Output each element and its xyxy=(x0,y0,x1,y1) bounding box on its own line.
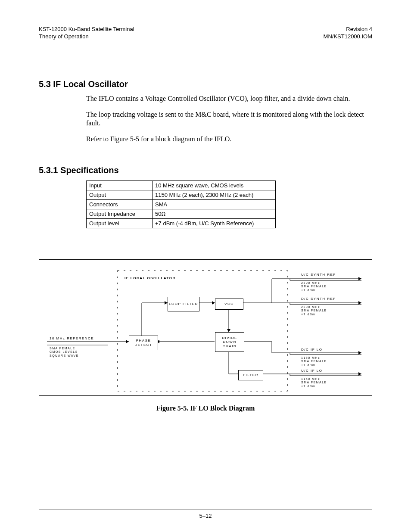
block-diagram: IF LOCAL OSCILLATOR LOOP FILTER VCO PHAS… xyxy=(39,259,372,396)
output-sub: 1150 MHz SMA FEMALE +7 dBm xyxy=(301,377,327,388)
paragraph: The loop tracking voltage is sent to the… xyxy=(86,110,366,128)
table-row: Output Impedance50Ω xyxy=(87,209,276,218)
subsection-heading: 5.3.1 Specifications xyxy=(39,165,372,175)
svg-marker-15 xyxy=(358,301,361,305)
block-loop-filter: LOOP FILTER xyxy=(168,297,199,311)
header-left: KST-12000 Ku-Band Satellite Terminal The… xyxy=(39,26,134,40)
output-sub: 2300 MHz SMA FEMALE +7 dBm xyxy=(301,305,327,316)
table-row: Output1150 MHz (2 each), 2300 MHz (2 eac… xyxy=(87,190,276,199)
paragraph: The IFLO contains a Voltage Controlled O… xyxy=(86,94,366,103)
page-header: KST-12000 Ku-Band Satellite Terminal The… xyxy=(39,26,372,40)
block-filter: FILTER xyxy=(238,370,263,380)
svg-marker-31 xyxy=(358,372,361,376)
svg-marker-5 xyxy=(165,301,168,305)
section-body: The IFLO contains a Voltage Controlled O… xyxy=(86,94,366,151)
spec-table: Input10 MHz square wave, CMOS levelsOutp… xyxy=(86,180,276,228)
svg-marker-7 xyxy=(212,301,215,305)
doc-title: KST-12000 Ku-Band Satellite Terminal xyxy=(39,26,134,33)
spec-key: Output xyxy=(87,190,153,199)
page-footer: 5–12 xyxy=(39,510,372,519)
svg-marker-19 xyxy=(227,329,230,332)
page: KST-12000 Ku-Band Satellite Terminal The… xyxy=(0,0,411,532)
output-label: U/C IF LO xyxy=(301,369,323,373)
output-label: U/C SYNTH REF xyxy=(301,273,336,277)
page-number: 5–12 xyxy=(199,513,212,519)
spec-value: 50Ω xyxy=(153,209,276,218)
section-rule xyxy=(39,73,372,73)
spec-value: 1150 MHz (2 each), 2300 MHz (2 each) xyxy=(153,190,276,199)
svg-marker-2 xyxy=(126,340,129,343)
spec-key: Connectors xyxy=(87,199,153,209)
svg-marker-27 xyxy=(358,351,361,355)
table-row: Output level+7 dBm (-4 dBm, U/C Synth Re… xyxy=(87,218,276,228)
revision: Revision 4 xyxy=(324,26,372,33)
output-label: D/C SYNTH REF xyxy=(301,297,336,301)
output-sub: 2300 MHz SMA FEMALE +7 dBm xyxy=(301,281,327,292)
output-label: D/C IF LO xyxy=(301,348,323,352)
spec-value: SMA xyxy=(153,199,276,209)
spec-value: +7 dBm (-4 dBm, U/C Synth Reference) xyxy=(153,218,276,228)
paragraph: Refer to Figure 5-5 for a block diagram … xyxy=(86,135,366,144)
doc-section: Theory of Operation xyxy=(39,33,134,40)
block-phase-detect: PHASE DETECT xyxy=(129,336,158,350)
input-sub: SMA FEMALE CMOS LEVELS SQUARE WAVE xyxy=(50,347,79,358)
table-row: ConnectorsSMA xyxy=(87,199,276,209)
section-heading: 5.3 IF Local Oscillator xyxy=(39,79,372,89)
svg-marker-11 xyxy=(358,277,361,280)
block-vco: VCO xyxy=(215,299,243,310)
spec-key: Output level xyxy=(87,218,153,228)
table-row: Input10 MHz square wave, CMOS levels xyxy=(87,180,276,190)
block-divide-down: DIVIDE DOWN CHAIN xyxy=(215,332,244,352)
output-sub: 1150 MHz SMA FEMALE +7 dBm xyxy=(301,356,327,367)
figure-caption: Figure 5-5. IF LO Block Diagram xyxy=(39,404,372,412)
header-right: Revision 4 MN/KST12000.IOM xyxy=(324,26,372,40)
input-label: 10 MHz REFERENCE xyxy=(50,336,94,341)
spec-key: Input xyxy=(87,180,153,190)
diagram-title: IF LOCAL OSCILLATOR xyxy=(125,276,176,280)
spec-key: Output Impedance xyxy=(87,209,153,218)
spec-value: 10 MHz square wave, CMOS levels xyxy=(153,180,276,190)
doc-id: MN/KST12000.IOM xyxy=(324,33,372,40)
